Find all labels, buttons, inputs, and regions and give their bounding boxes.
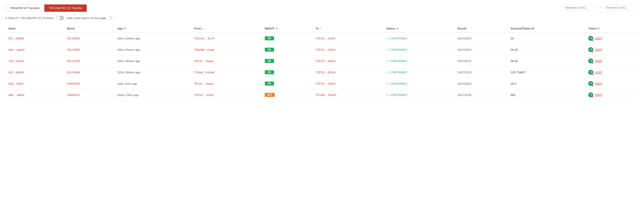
cell-block: 35083546 (64, 78, 114, 89)
col-age[interactable]: Age ↻ (114, 25, 191, 32)
warning-dot: ! (592, 62, 594, 64)
cell-hash: d0a... 3add3 (5, 44, 64, 55)
from-link[interactable]: TEr1D... Vbypu (194, 82, 214, 85)
cell-to: TZFS3... zD6Ar (312, 44, 383, 55)
hash-link[interactable]: 7a3...0e193 (8, 59, 24, 63)
table-row: b52...da456 35110984 22hrs 39mins ago TU… (5, 67, 639, 78)
col-result: Result (454, 25, 507, 32)
transfers-table-wrapper: Hash Block Age ↻ From ≡ (5, 25, 639, 101)
check-icon: ✓ (386, 71, 389, 74)
col-block: Block (64, 25, 114, 32)
to-link[interactable]: TZFS3... zD6Ar (316, 71, 336, 74)
cell-age: 2days 15hrs ago (114, 89, 191, 101)
table-row: 857...299d9 35118555 16hrs 20mins ago TK… (5, 32, 639, 44)
col-to: To ≡ (312, 25, 383, 32)
cell-amount: 26.5 (508, 78, 586, 89)
token-icon: ₮ ! (588, 81, 593, 86)
from-link[interactable]: TUN4d...UeSaK (194, 71, 214, 74)
token-link[interactable]: USDT (594, 71, 602, 74)
token-link[interactable]: USDT (594, 48, 602, 51)
from-link[interactable]: TEr1D... Vbypu (194, 59, 214, 63)
block-link[interactable]: 35114956 (67, 48, 80, 51)
col-from: From ≡ (191, 25, 262, 32)
block-link[interactable]: 35113192 (67, 59, 80, 63)
cell-amount: 34 (508, 32, 586, 44)
from-filter-icon[interactable]: ≡ (202, 27, 204, 30)
status-text: CONFIRMED (390, 71, 407, 74)
to-filter-icon[interactable]: ≡ (320, 27, 321, 30)
cell-to: TZFS3... zD6Ar (312, 78, 383, 89)
block-link[interactable]: 35110984 (67, 71, 80, 74)
cell-amount: 135.734627 (508, 67, 586, 78)
end-time-input[interactable] (603, 4, 639, 11)
to-link[interactable]: TZFS3... zD6Ar (316, 82, 336, 85)
cell-age: 19hrs 20mins ago (114, 44, 191, 55)
status-text: CONFIRMED (390, 59, 407, 63)
col-token[interactable]: Token ▼ (585, 25, 639, 32)
from-link[interactable]: TXBJfkF...orsgd (194, 48, 214, 51)
check-icon: ✓ (386, 82, 389, 85)
from-link[interactable]: TZFS3... zD6Ar (194, 93, 214, 97)
col-amount: Amount/Token Id (508, 25, 586, 32)
col-status[interactable]: Status ▼ (383, 25, 454, 32)
check-icon: ✓ (386, 59, 389, 63)
start-time-input[interactable] (562, 4, 598, 11)
block-link[interactable]: 35083546 (67, 82, 80, 85)
cell-hash: e86... cdbe4 (5, 89, 64, 101)
cell-to: TZFS3... zD6Ar (312, 32, 383, 44)
from-link[interactable]: TKSznA... fiu7H (194, 37, 214, 40)
tab-trc20[interactable]: TRC20&TRC721 Transfer (44, 4, 87, 12)
tab-trx[interactable]: TRX&TRC10 Transfers (5, 4, 44, 12)
cell-in-out: IN (262, 55, 312, 67)
warning-dot: ! (592, 39, 594, 41)
token-icon: ₮ ! (588, 70, 593, 75)
hash-link[interactable]: b52...da456 (8, 71, 24, 74)
table-header-row: Hash Block Age ↻ From ≡ (5, 25, 639, 32)
cell-result: SUCCESS (454, 67, 507, 78)
cell-age: 16hrs 20mins ago (114, 32, 191, 44)
status-text: CONFIRMED (390, 37, 407, 40)
to-link[interactable]: TZFS3... zD6Ar (316, 59, 336, 63)
help-icon[interactable]: ? (109, 16, 112, 20)
token-link[interactable]: USDT (594, 59, 602, 63)
summary-bar: A Total of 7 TRC20&TRC721 Transfer Hide … (5, 16, 639, 20)
cell-in-out: IN (262, 32, 312, 44)
cell-status: ✓ CONFIRMED (383, 78, 454, 89)
token-icon: ₮ ! (588, 92, 593, 97)
hash-link[interactable]: 857...299d9 (8, 37, 24, 40)
token-sort-icon: ▼ (598, 27, 600, 30)
cell-age: 20hrs 48mins ago (114, 55, 191, 67)
age-sort-icon: ↻ (124, 27, 126, 30)
token-link[interactable]: USDT (594, 82, 602, 85)
cell-status: ✓ CONFIRMED (383, 32, 454, 44)
token-icon: ₮ ! (588, 36, 593, 41)
cell-result: SUCCESS (454, 89, 507, 101)
hide-scam-toggle[interactable] (56, 16, 64, 20)
cell-block: 35114956 (64, 44, 114, 55)
to-link[interactable]: TZFS3... zD6Ar (316, 48, 336, 51)
cell-token: ₮ ! USDT (585, 89, 639, 101)
cell-to: TZFS3... zD6Ar (312, 55, 383, 67)
token-link[interactable]: USDT (594, 93, 602, 97)
in-out-badge: IN (265, 59, 274, 63)
cell-in-out: IN (262, 67, 312, 78)
cell-result: SUCCESS (454, 55, 507, 67)
block-link[interactable]: 35118555 (67, 37, 80, 40)
hash-link[interactable]: d0a... 3add3 (8, 48, 24, 51)
cell-token: ₮ ! USDT (585, 44, 639, 55)
table-row: d0a... 3add3 35114956 19hrs 20mins ago T… (5, 44, 639, 55)
cell-status: ✓ CONFIRMED (383, 89, 454, 101)
hash-link[interactable]: b08... f325c (8, 82, 24, 85)
to-link[interactable]: TFXiaft... 5e5zP (316, 93, 336, 97)
block-link[interactable]: 35061610 (67, 93, 80, 97)
cell-to: TFXiaft... 5e5zP (312, 89, 383, 101)
col-in-out[interactable]: IN|OUT ▼ (262, 25, 312, 32)
hash-link[interactable]: e86... cdbe4 (8, 93, 24, 97)
cell-result: SUCCESS (454, 78, 507, 89)
cell-status: ✓ CONFIRMED (383, 67, 454, 78)
status-text: CONFIRMED (390, 82, 407, 85)
cell-hash: 7a3...0e193 (5, 55, 64, 67)
to-link[interactable]: TZFS3... zD6Ar (316, 37, 336, 40)
token-link[interactable]: USDT (594, 37, 602, 40)
cell-block: 35118555 (64, 32, 114, 44)
